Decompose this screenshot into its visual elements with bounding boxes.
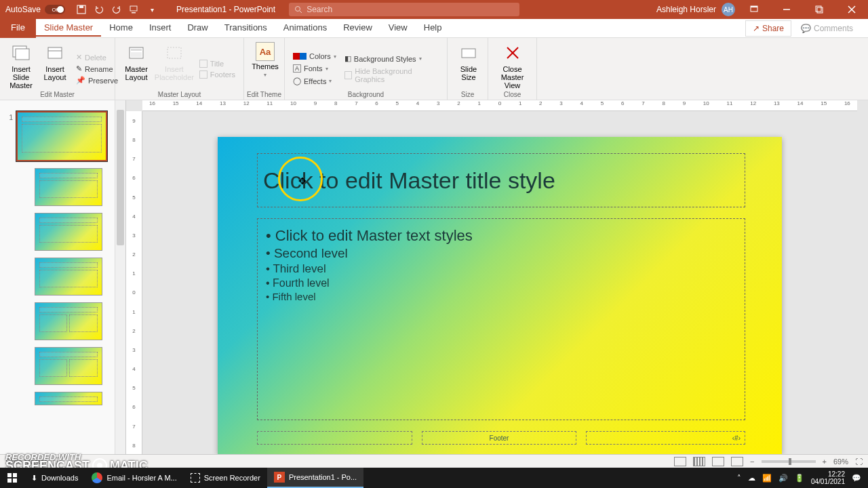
fonts-button[interactable]: AFonts▾ (290, 64, 339, 73)
vertical-ruler[interactable]: 9876543210123456789 (126, 111, 142, 474)
insert-slide-master-button[interactable]: Insert Slide Master (5, 41, 37, 97)
svg-rect-21 (462, 49, 475, 58)
notifications-icon[interactable]: 💬 (852, 474, 861, 483)
from-beginning-icon[interactable] (129, 4, 140, 15)
comments-button[interactable]: 💬Comments (794, 21, 860, 36)
tab-insert[interactable]: Insert (141, 20, 180, 37)
title-placeholder[interactable]: Click to edit Master title style ✥ (257, 153, 745, 207)
tray-wifi-icon[interactable]: 📶 (762, 474, 772, 483)
tray-cloud-icon[interactable]: ☁ (748, 474, 755, 483)
taskbar-clock[interactable]: 12:22 04/01/2021 (811, 470, 845, 485)
svg-rect-15 (48, 47, 62, 58)
fit-to-window-button[interactable]: ⛶ (855, 458, 863, 466)
svg-rect-26 (7, 479, 12, 483)
layout-thumbnail[interactable] (35, 258, 102, 296)
search-box[interactable]: Search (289, 3, 519, 16)
checkbox-icon (199, 70, 208, 79)
share-icon: ↗ (753, 24, 760, 33)
thumbnail-panel[interactable]: 1 (0, 100, 126, 474)
tab-transitions[interactable]: Transitions (216, 20, 275, 37)
tab-animations[interactable]: Animations (275, 20, 335, 37)
taskbar-recorder[interactable]: Screen Recorder (184, 468, 267, 488)
svg-rect-2 (130, 6, 137, 11)
layout-thumbnail[interactable] (35, 302, 102, 340)
zoom-slider[interactable] (762, 460, 816, 463)
layout-thumbnail[interactable] (35, 392, 102, 405)
slide-size-button[interactable]: Slide Size (453, 41, 484, 97)
reading-view-button[interactable] (712, 457, 724, 466)
layout-thumbnail[interactable] (35, 213, 102, 251)
maximize-icon[interactable] (806, 0, 833, 19)
svg-rect-9 (816, 6, 821, 12)
slide-canvas[interactable]: Click to edit Master title style ✥ Click… (142, 111, 857, 474)
start-button[interactable] (0, 468, 24, 488)
preserve-button[interactable]: 📌Preserve (73, 75, 121, 85)
layout-thumbnail[interactable] (35, 347, 102, 385)
effects-button[interactable]: ◯Effects▾ (290, 76, 339, 86)
rename-button[interactable]: ✎Rename (73, 64, 121, 74)
insert-placeholder-button[interactable]: Insert Placeholder (155, 41, 194, 97)
slideshow-view-button[interactable] (731, 457, 743, 466)
minimize-icon[interactable] (773, 0, 800, 19)
taskbar-powerpoint[interactable]: PPresentation1 - Po... (267, 468, 363, 488)
tab-file[interactable]: File (0, 18, 36, 38)
svg-line-5 (300, 11, 302, 13)
save-icon[interactable] (76, 4, 87, 15)
taskbar: ⬇Downloads Email - Horsler A M... Screen… (0, 468, 868, 488)
close-master-icon (502, 42, 524, 64)
slide-size-icon (458, 42, 479, 64)
zoom-value[interactable]: 69% (833, 458, 848, 466)
ribbon-options-icon[interactable] (741, 0, 768, 19)
tab-view[interactable]: View (380, 20, 416, 37)
tray-chevron-icon[interactable]: ˄ (737, 474, 741, 483)
themes-button[interactable]: Aa Themes ▾ (250, 41, 281, 97)
colors-button[interactable]: Colors▾ (290, 52, 339, 61)
more-icon[interactable]: ▾ (146, 4, 157, 15)
slide-number-placeholder[interactable]: ‹#› (586, 431, 745, 445)
zoom-out-button[interactable]: − (750, 458, 754, 466)
footer-placeholder[interactable]: Footer (422, 431, 577, 445)
colors-icon (293, 53, 307, 60)
thumbnail-scrollbar[interactable] (115, 100, 125, 474)
zoom-in-button[interactable]: + (823, 458, 827, 466)
insert-layout-button[interactable]: Insert Layout (39, 41, 71, 97)
close-icon[interactable] (838, 0, 865, 19)
tab-draw[interactable]: Draw (179, 20, 216, 37)
date-placeholder[interactable] (257, 431, 412, 445)
sorter-view-button[interactable] (693, 457, 705, 466)
system-tray: ˄ ☁ 📶 🔊 🔋 12:22 04/01/2021 💬 (737, 470, 868, 485)
rename-icon: ✎ (76, 64, 82, 73)
svg-rect-27 (13, 479, 17, 483)
undo-icon[interactable] (94, 4, 104, 15)
tray-volume-icon[interactable]: 🔊 (778, 474, 788, 483)
autosave-control[interactable]: AutoSave Off (0, 5, 71, 14)
master-thumbnail[interactable]: 1 (16, 111, 107, 161)
comments-icon: 💬 (801, 24, 811, 33)
share-button[interactable]: ↗Share (745, 20, 791, 37)
redo-icon[interactable] (111, 4, 122, 15)
tab-review[interactable]: Review (335, 20, 380, 37)
svg-rect-1 (79, 5, 83, 8)
user-name[interactable]: Ashleigh Horsler (656, 5, 716, 14)
normal-view-button[interactable] (674, 457, 686, 466)
autosave-toggle[interactable]: Off (45, 5, 65, 14)
body-placeholder[interactable]: Click to edit Master text styles Second … (257, 218, 745, 420)
slide-master[interactable]: Click to edit Master title style ✥ Click… (218, 137, 782, 454)
tab-slide-master[interactable]: Slide Master (36, 20, 101, 37)
svg-rect-3 (132, 12, 136, 14)
tray-battery-icon[interactable]: 🔋 (795, 474, 804, 483)
master-layout-icon (125, 42, 147, 64)
bg-styles-icon: ◧ (344, 54, 351, 63)
close-master-view-button[interactable]: Close Master View (494, 41, 531, 97)
tab-help[interactable]: Help (416, 20, 450, 37)
tab-home[interactable]: Home (101, 20, 141, 37)
taskbar-downloads[interactable]: ⬇Downloads (24, 468, 85, 488)
master-layout-button[interactable]: Master Layout (121, 41, 152, 97)
checkbox-icon (344, 71, 352, 79)
group-size: Slide Size Size (448, 38, 488, 100)
horizontal-ruler[interactable]: 1615141312111098765432101234567891011121… (142, 100, 857, 111)
user-avatar[interactable]: AH (722, 3, 735, 16)
background-styles-button[interactable]: ◧Background Styles▾ (342, 54, 441, 64)
layout-thumbnail[interactable] (35, 168, 102, 206)
taskbar-email[interactable]: Email - Horsler A M... (85, 468, 183, 488)
